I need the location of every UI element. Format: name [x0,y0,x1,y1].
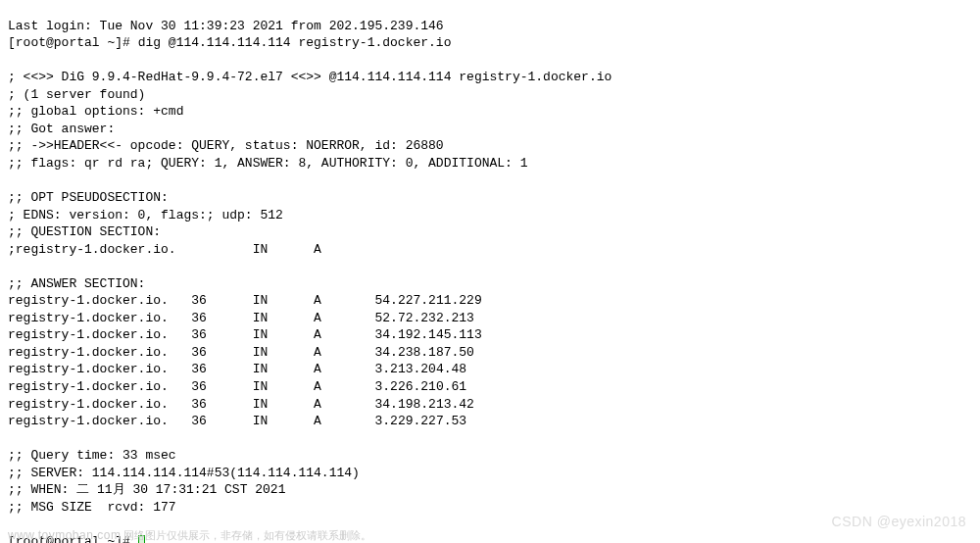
terminal-output[interactable]: Last login: Tue Nov 30 11:39:23 2021 fro… [8,0,972,543]
answer-row: registry-1.docker.io. 36 IN A 34.192.145… [8,327,482,342]
answer-row: registry-1.docker.io. 36 IN A 3.226.210.… [8,379,466,394]
dig-server-found: ; (1 server found) [8,87,145,102]
prompt-1: [root@portal ~]# [8,35,138,50]
dig-question-header: ;; QUESTION SECTION: [8,224,161,239]
last-login-line: Last login: Tue Nov 30 11:39:23 2021 fro… [8,19,444,33]
dig-header: ;; ->>HEADER<<- opcode: QUERY, status: N… [8,138,444,153]
dig-global-options: ;; global options: +cmd [8,104,183,119]
answer-row: registry-1.docker.io. 36 IN A 34.198.213… [8,397,474,412]
dig-got-answer: ;; Got answer: [8,122,115,136]
dig-server: ;; SERVER: 114.114.114.114#53(114.114.11… [8,466,360,480]
answer-row: registry-1.docker.io. 36 IN A 3.229.227.… [8,414,466,428]
dig-question-row: ;registry-1.docker.io. IN A [8,242,321,257]
answer-row: registry-1.docker.io. 36 IN A 3.213.204.… [8,362,466,376]
command-1: dig @114.114.114.114 registry-1.docker.i… [138,35,452,50]
answer-row: registry-1.docker.io. 36 IN A 34.238.187… [8,345,474,360]
answer-row: registry-1.docker.io. 36 IN A 54.227.211… [8,293,482,308]
dig-when: ;; WHEN: 二 11月 30 17:31:21 CST 2021 [8,482,285,497]
dig-flags: ;; flags: qr rd ra; QUERY: 1, ANSWER: 8,… [8,156,528,171]
dig-opt-header: ;; OPT PSEUDOSECTION: [8,190,169,205]
dig-msg-size: ;; MSG SIZE rcvd: 177 [8,500,176,515]
watermark-left: www.toymoban.com 网络图片仅供展示，非存储，如有侵权请联系删除。 [8,527,371,543]
dig-answer-header: ;; ANSWER SECTION: [8,276,145,291]
dig-edns: ; EDNS: version: 0, flags:; udp: 512 [8,208,283,222]
answer-row: registry-1.docker.io. 36 IN A 52.72.232.… [8,311,474,325]
watermark-left-text: 网络图片仅供展示，非存储，如有侵权请联系删除。 [121,529,371,541]
dig-banner: ; <<>> DiG 9.9.4-RedHat-9.9.4-72.el7 <<>… [8,70,612,84]
watermark-domain: www.toymoban.com [8,528,121,542]
dig-query-time: ;; Query time: 33 msec [8,448,176,463]
watermark-right: CSDN @eyexin2018 [832,513,966,531]
